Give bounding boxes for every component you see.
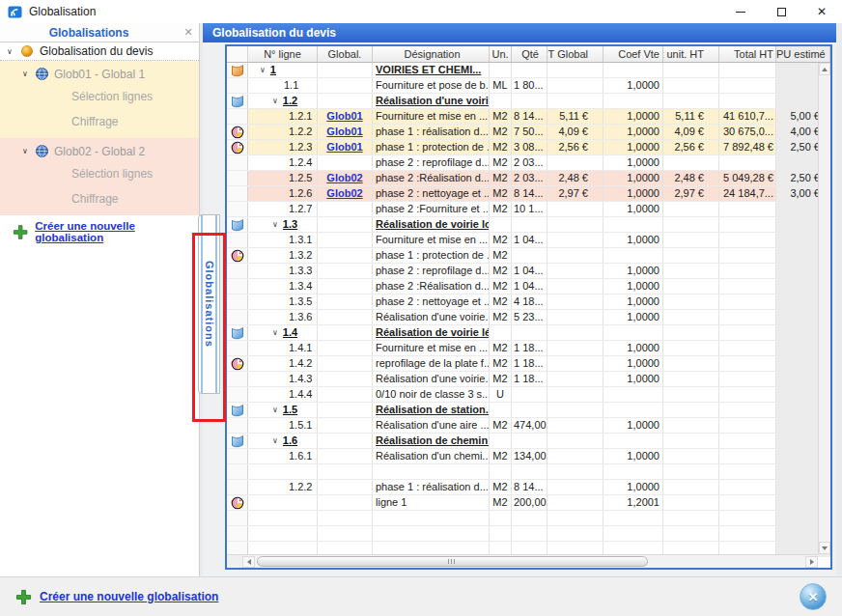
column-header[interactable]: Total HT (719, 46, 776, 62)
sidebar-create-globalisation[interactable]: Créer une nouvelle globalisation (0, 221, 199, 242)
tree-item-glob01[interactable]: ∨ Glob01 - Global 1 (0, 64, 199, 84)
tree-item-glob02[interactable]: ∨ Glob02 - Global 2 (0, 141, 199, 161)
row-total-ht-cell (719, 434, 776, 448)
table-row[interactable]: 1.4.3Réalisation d'une voirie...M21 18..… (227, 372, 830, 387)
table-row[interactable] (227, 526, 830, 542)
tree-root-globalisation-du-devis[interactable]: ∨ Globalisation du devis (0, 42, 199, 61)
table-row[interactable]: 1.1Fourniture et pose de b...ML1 80...1,… (227, 78, 830, 94)
table-row[interactable]: 1.2.3Glob01phase 1 : protection de ...M2… (227, 140, 830, 155)
row-designation-cell: Réalisation d'un chemi... (373, 449, 490, 463)
scroll-right-button[interactable] (805, 556, 818, 568)
close-round-button[interactable]: ✕ (800, 583, 827, 610)
column-header[interactable]: Global. (318, 46, 373, 62)
minimize-button[interactable] (720, 0, 761, 23)
table-row[interactable]: ligne 1M2200,001,2001 (227, 495, 830, 511)
row-unit-cell: M2 (490, 155, 512, 170)
row-expand-chevron[interactable]: ∨ (272, 403, 278, 417)
tree-item-chiffrage[interactable]: Chiffrage (0, 186, 199, 211)
tree-item-selection-lignes[interactable]: Sélection lignes (0, 161, 199, 186)
row-unit-cell (490, 434, 512, 448)
row-prt-global-cell (547, 387, 603, 402)
scrollbar-track[interactable] (255, 555, 805, 568)
table-row[interactable]: 1.6.1Réalisation d'un chemi...M2134,001,… (227, 449, 830, 464)
table-row[interactable]: 1.3.5phase 2 : nettoyage et ...M24 18...… (227, 294, 830, 310)
row-prix-unit-cell (663, 511, 719, 525)
table-row[interactable]: 1.4.40/10 noir de classe 3 s...U (227, 387, 830, 403)
scroll-up-button[interactable] (819, 63, 830, 75)
scroll-down-button[interactable] (819, 542, 830, 554)
row-global-cell (318, 78, 373, 93)
globalisation-link[interactable]: Glob01 (326, 125, 362, 139)
sidebar-close-icon[interactable]: ✕ (178, 26, 199, 39)
table-row[interactable]: ∨1.6Réalisation de chemin ... (227, 434, 830, 449)
row-number-cell: 1.2.3 (248, 140, 318, 154)
row-prix-unit-cell (663, 202, 719, 216)
table-row[interactable]: 1.2.7phase 2 :Fourniture et ...M210 1...… (227, 202, 830, 217)
maximize-button[interactable] (761, 0, 801, 23)
column-header[interactable]: Prix unit. HT (663, 46, 719, 62)
column-header[interactable]: PU estimé (776, 46, 830, 62)
chevron-down-icon[interactable]: ∨ (5, 47, 14, 56)
globalisation-link[interactable]: Glob01 (326, 109, 362, 124)
table-row[interactable]: ∨1.2Réalisation d'une voiri... (227, 94, 830, 109)
row-expand-chevron[interactable]: ∨ (272, 217, 278, 232)
row-designation-cell: VOIRIES ET CHEMI... (373, 63, 490, 77)
column-header[interactable]: Coef Vte (603, 46, 663, 62)
table-row[interactable] (227, 511, 830, 526)
horizontal-scrollbar[interactable] (227, 554, 818, 568)
vertical-scrollbar[interactable] (818, 63, 830, 554)
create-globalisation-link[interactable]: Créer une nouvelle globalisation (35, 220, 199, 243)
table-row[interactable]: 1.3.6Réalisation d'une voirie...M25 23..… (227, 310, 830, 325)
table-row[interactable]: ∨1.4Réalisation de voirie lé... (227, 325, 830, 341)
tree-item-selection-lignes[interactable]: Sélection lignes (0, 84, 199, 109)
globalisation-link[interactable]: Glob02 (326, 186, 362, 201)
tree-item-chiffrage[interactable]: Chiffrage (0, 109, 199, 134)
table-row[interactable]: 1.2.5Glob02phase 2 :Réalisation d...M22 … (227, 171, 830, 186)
column-header[interactable] (227, 46, 248, 62)
row-expand-chevron[interactable]: ∨ (260, 63, 266, 77)
table-row[interactable]: 1.2.2phase 1 : réalisation d...M28 14...… (227, 480, 830, 495)
row-number-cell: 1.2.2 (248, 480, 318, 494)
chevron-down-icon[interactable]: ∨ (20, 147, 30, 155)
table-row[interactable]: 1.3.3phase 2 : reprofilage d...M21 04...… (227, 264, 830, 279)
table-row[interactable]: 1.5.1Réalisation d'une aire ...M2474,001… (227, 418, 830, 434)
table-row[interactable]: 1.2.1Glob01Fourniture et mise en ...M28 … (227, 109, 830, 125)
row-qty-cell (512, 325, 547, 340)
row-icon-cell (227, 372, 248, 386)
globalisations-side-tab[interactable]: Globalisations (198, 214, 220, 394)
row-expand-chevron[interactable]: ∨ (272, 434, 278, 448)
row-expand-chevron[interactable]: ∨ (272, 325, 278, 340)
scroll-left-button[interactable] (242, 556, 255, 568)
table-row[interactable]: 1.2.4phase 2 : reprofilage d...M22 03...… (227, 155, 830, 171)
table-row[interactable]: 1.3.2phase 1 : protection de ...M2 (227, 248, 830, 264)
arrow-left-icon (247, 559, 251, 565)
close-button[interactable]: ✕ (801, 0, 842, 23)
chevron-down-icon[interactable]: ∨ (20, 70, 30, 78)
column-header[interactable]: PRT Global (547, 46, 603, 62)
table-row[interactable]: ∨1VOIRIES ET CHEMI... (227, 63, 830, 78)
row-expand-chevron[interactable]: ∨ (272, 94, 278, 108)
row-unit-cell (490, 464, 512, 479)
column-header[interactable]: Qté (512, 46, 547, 62)
table-row[interactable]: 1.2.2Glob01phase 1 : réalisation d...M27… (227, 125, 830, 140)
row-total-ht-cell (719, 372, 776, 386)
table-row[interactable]: 1.2.6Glob02phase 2 : nettoyage et ...M28… (227, 186, 830, 202)
column-header[interactable]: Un. (490, 46, 512, 62)
row-number-cell: 1.4.1 (248, 341, 318, 355)
table-row[interactable]: ∨1.5Réalisation de station... (227, 403, 830, 418)
row-icon-cell (227, 511, 248, 525)
column-header[interactable]: N° ligne (248, 46, 318, 62)
globalisation-link[interactable]: Glob01 (326, 140, 362, 154)
table-row[interactable]: 1.4.2reprofilage de la plate f...M21 18.… (227, 356, 830, 372)
scrollbar-thumb[interactable] (257, 556, 648, 567)
table-row[interactable]: 1.3.4phase 2 :Réalisation d...M21 04...1… (227, 279, 830, 294)
row-coef-vte-cell (603, 464, 663, 479)
column-header[interactable]: Désignation (373, 46, 490, 62)
table-row[interactable]: ∨1.3Réalisation de voirie lo... (227, 217, 830, 233)
table-row[interactable] (227, 464, 830, 480)
create-globalisation-link-footer[interactable]: Créer une nouvelle globalisation (40, 590, 218, 603)
close-icon: ✕ (817, 6, 827, 17)
globalisation-link[interactable]: Glob02 (326, 171, 362, 185)
table-row[interactable]: 1.3.1Fourniture et mise en ...M21 04...1… (227, 233, 830, 248)
table-row[interactable]: 1.4.1Fourniture et mise en ...M21 18...1… (227, 341, 830, 356)
